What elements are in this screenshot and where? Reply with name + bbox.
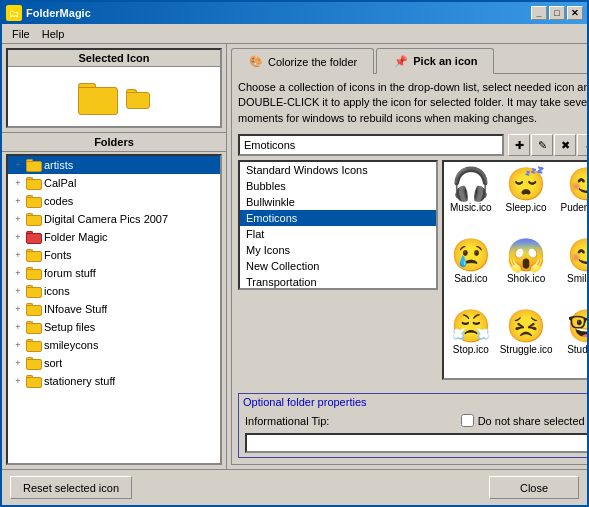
tree-folder-icon [26,195,42,208]
tree-folder-icon [26,375,42,388]
icon-display [78,71,150,126]
icon-grid-item[interactable]: 😱Shok.ico [498,237,555,304]
menu-file[interactable]: File [6,26,36,42]
tree-expand-icon[interactable]: + [10,319,26,335]
tree-expand-icon[interactable]: + [10,355,26,371]
list-item[interactable]: Bubbles [240,178,436,194]
folders-section: Folders +artists+CalPal+codes+Digital Ca… [2,132,226,469]
tree-folder-label: CalPal [44,177,76,189]
tree-folder-icon [26,231,42,244]
icons-grid[interactable]: 🎧Music.ico😴Sleep.ico😊Pudently.ico😢Sad.ic… [442,160,587,380]
main-content: Selected Icon Folders +artis [2,44,587,469]
tree-item[interactable]: +forum stuff [8,264,220,282]
tree-item[interactable]: +Digital Camera Pics 2007 [8,210,220,228]
tree-folder-icon [26,321,42,334]
tree-item[interactable]: +Fonts [8,246,220,264]
icon-grid-item[interactable]: 🎧Music.ico [448,166,494,233]
list-item[interactable]: Emoticons [240,210,436,226]
import-collection-button[interactable]: ⬇ [577,134,587,156]
tree-expand-icon[interactable]: + [10,301,26,317]
tree-expand-icon[interactable]: + [10,337,26,353]
tree-expand-icon[interactable]: + [10,265,26,281]
icon-emoji: 😱 [506,239,546,271]
icon-filename: Music.ico [450,202,492,213]
tree-item[interactable]: +CalPal [8,174,220,192]
tree-expand-icon[interactable]: + [10,175,26,191]
list-item[interactable]: Transportation [240,274,436,290]
folder-body-small [126,92,150,109]
maximize-button[interactable]: □ [549,6,565,20]
tree-item[interactable]: +sort [8,354,220,372]
menu-help[interactable]: Help [36,26,71,42]
collection-list[interactable]: Standard Windows IconsBubblesBullwinkleE… [238,160,438,290]
icon-filename: Stop.ico [453,344,489,355]
collection-select[interactable]: Standard Windows IconsBubblesBullwinkleE… [238,134,504,156]
icon-grid-item[interactable]: 😣Struggle.ico [498,308,555,375]
icon-emoji: 😊 [567,168,587,200]
tree-folder-icon [26,159,42,172]
icon-grid-item[interactable]: 🤓Study.ico [559,308,588,375]
icon-grid-item[interactable]: 😴Sleep.ico [498,166,555,233]
tree-folder-label: sort [44,357,62,369]
tree-expand-icon[interactable]: + [10,373,26,389]
delete-collection-button[interactable]: ✖ [554,134,576,156]
reset-selected-icon-button[interactable]: Reset selected icon [10,476,132,499]
icon-emoji: 🤓 [567,310,587,342]
icon-grid-item[interactable]: 😊Pudently.ico [559,166,588,233]
colorize-tab-icon: 🎨 [248,54,264,70]
tab-pick[interactable]: 📌 Pick an icon [376,48,494,74]
main-window: 🗂 FolderMagic _ □ ✕ File Help Selected I… [0,0,589,507]
tree-item[interactable]: +Setup files [8,318,220,336]
tree-folder-label: Fonts [44,249,72,261]
tree-expand-icon[interactable]: + [10,157,26,173]
tree-item[interactable]: +codes [8,192,220,210]
tree-item[interactable]: +artists [8,156,220,174]
tree-expand-icon[interactable]: + [10,193,26,209]
tab-colorize-label: Colorize the folder [268,56,357,68]
icon-grid-item[interactable]: 😤Stop.ico [448,308,494,375]
bottom-bar: Reset selected icon Close [2,469,587,505]
tree-folder-label: stationery stuff [44,375,115,387]
close-button-title[interactable]: ✕ [567,6,583,20]
toolbar-buttons: ✚ ✎ ✖ ⬇ ⬆ [508,134,587,156]
info-tip-input[interactable] [245,433,587,453]
list-item[interactable]: My Icons [240,242,436,258]
tab-colorize[interactable]: 🎨 Colorize the folder [231,48,374,74]
folders-tree[interactable]: +artists+CalPal+codes+Digital Camera Pic… [6,154,222,465]
tree-item[interactable]: +stationery stuff [8,372,220,390]
tree-expand-icon[interactable]: + [10,247,26,263]
tree-item[interactable]: +Folder Magic [8,228,220,246]
close-button[interactable]: Close [489,476,579,499]
icon-filename: Study.ico [567,344,587,355]
edit-collection-button[interactable]: ✎ [531,134,553,156]
do-not-share-checkbox[interactable] [461,414,474,427]
tree-item[interactable]: +INfoave Stuff [8,300,220,318]
folder-icon-small [126,89,150,109]
tree-folder-label: smileycons [44,339,98,351]
right-panel: 🎨 Colorize the folder 📌 Pick an icon Cho… [227,44,587,469]
list-item[interactable]: New Collection [240,258,436,274]
tree-folder-icon [26,249,42,262]
list-item[interactable]: Flat [240,226,436,242]
tab-content: Choose a collection of icons in the drop… [231,73,587,465]
tree-folder-icon [26,357,42,370]
tree-folder-label: INfoave Stuff [44,303,107,315]
list-item[interactable]: Bullwinkle [240,194,436,210]
tree-expand-icon[interactable]: + [10,283,26,299]
tree-item[interactable]: +smileycons [8,336,220,354]
title-bar: 🗂 FolderMagic _ □ ✕ [2,2,587,24]
icon-grid-item[interactable]: 😢Sad.ico [448,237,494,304]
window-controls: _ □ ✕ [531,6,583,20]
folders-header: Folders [2,132,226,152]
tree-expand-icon[interactable]: + [10,229,26,245]
icon-grid-item[interactable]: 😊Smile.ico [559,237,588,304]
add-collection-button[interactable]: ✚ [508,134,530,156]
do-not-share-label: Do not share selected folder [478,415,587,427]
tree-item[interactable]: +icons [8,282,220,300]
collection-list-container: Standard Windows IconsBubblesBullwinkleE… [238,160,587,387]
menu-bar: File Help [2,24,587,44]
tree-expand-icon[interactable]: + [10,211,26,227]
minimize-button[interactable]: _ [531,6,547,20]
icon-filename: Sad.ico [454,273,487,284]
list-item[interactable]: Standard Windows Icons [240,162,436,178]
